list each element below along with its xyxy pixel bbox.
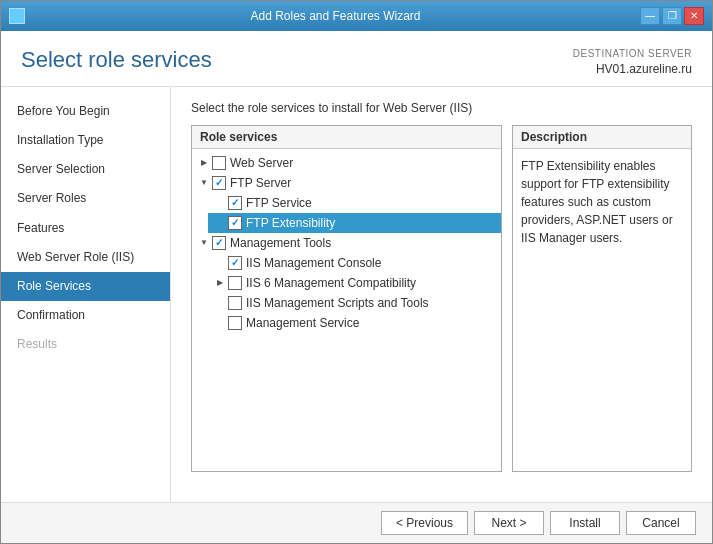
sidebar-item-web-server-role[interactable]: Web Server Role (IIS) xyxy=(1,243,170,272)
footer: < Previous Next > Install Cancel xyxy=(1,502,712,543)
description-panel: Description FTP Extensibility enables su… xyxy=(512,125,692,472)
sidebar-item-results: Results xyxy=(1,330,170,359)
checkbox-ftp-service[interactable] xyxy=(228,196,242,210)
instruction-text: Select the role services to install for … xyxy=(191,101,692,115)
role-services-header: Role services xyxy=(192,126,501,149)
cancel-button[interactable]: Cancel xyxy=(626,511,696,535)
sidebar-item-server-roles[interactable]: Server Roles xyxy=(1,184,170,213)
tree-item-iis-6-management[interactable]: IIS 6 Management Compatibility xyxy=(208,273,501,293)
sidebar-item-before-you-begin[interactable]: Before You Begin xyxy=(1,97,170,126)
destination-info: DESTINATION SERVER HV01.azureline.ru xyxy=(573,47,692,78)
expander-ftp-server[interactable] xyxy=(196,175,212,191)
window-controls: — ❐ ✕ xyxy=(640,7,704,25)
app-icon xyxy=(9,8,25,24)
tree-item-management-tools[interactable]: Management Tools xyxy=(192,233,501,253)
title-bar: Add Roles and Features Wizard — ❐ ✕ xyxy=(1,1,712,31)
sidebar-item-role-services[interactable]: Role Services xyxy=(1,272,170,301)
role-services-tree: Web Server FTP Server xyxy=(192,149,501,337)
next-button[interactable]: Next > xyxy=(474,511,544,535)
checkbox-management-service[interactable] xyxy=(228,316,242,330)
tree-item-ftp-server[interactable]: FTP Server xyxy=(192,173,501,193)
description-text: FTP Extensibility enables support for FT… xyxy=(513,149,691,255)
sidebar-item-confirmation[interactable]: Confirmation xyxy=(1,301,170,330)
checkbox-iis-management-scripts[interactable] xyxy=(228,296,242,310)
label-iis-6-management: IIS 6 Management Compatibility xyxy=(246,276,416,290)
tree-item-management-service[interactable]: Management Service xyxy=(208,313,501,333)
role-services-panel: Role services Web Server xyxy=(191,125,502,472)
close-button[interactable]: ✕ xyxy=(684,7,704,25)
checkbox-management-tools[interactable] xyxy=(212,236,226,250)
main-content: Select the role services to install for … xyxy=(171,87,712,502)
expander-iis-6-management[interactable] xyxy=(212,275,228,291)
minimize-button[interactable]: — xyxy=(640,7,660,25)
tree-item-ftp-extensibility[interactable]: FTP Extensibility xyxy=(208,213,501,233)
install-button[interactable]: Install xyxy=(550,511,620,535)
checkbox-ftp-extensibility[interactable] xyxy=(228,216,242,230)
checkbox-iis-6-management[interactable] xyxy=(228,276,242,290)
page-title: Select role services xyxy=(21,47,212,73)
label-ftp-service: FTP Service xyxy=(246,196,312,210)
sidebar-item-features[interactable]: Features xyxy=(1,214,170,243)
expander-management-tools[interactable] xyxy=(196,235,212,251)
sidebar: Before You Begin Installation Type Serve… xyxy=(1,87,171,502)
label-iis-management-console: IIS Management Console xyxy=(246,256,381,270)
content-area: Select role services DESTINATION SERVER … xyxy=(1,31,712,543)
label-web-server: Web Server xyxy=(230,156,293,170)
page-header: Select role services DESTINATION SERVER … xyxy=(1,31,712,87)
description-header: Description xyxy=(513,126,691,149)
tree-item-web-server[interactable]: Web Server xyxy=(192,153,501,173)
checkbox-ftp-server[interactable] xyxy=(212,176,226,190)
body-layout: Before You Begin Installation Type Serve… xyxy=(1,87,712,502)
wizard-window: Add Roles and Features Wizard — ❐ ✕ Sele… xyxy=(0,0,713,544)
sidebar-item-installation-type[interactable]: Installation Type xyxy=(1,126,170,155)
window-title: Add Roles and Features Wizard xyxy=(31,9,640,23)
restore-button[interactable]: ❐ xyxy=(662,7,682,25)
sidebar-item-server-selection[interactable]: Server Selection xyxy=(1,155,170,184)
tree-item-ftp-service[interactable]: FTP Service xyxy=(208,193,501,213)
destination-server: HV01.azureline.ru xyxy=(573,61,692,78)
expander-web-server[interactable] xyxy=(196,155,212,171)
label-ftp-extensibility: FTP Extensibility xyxy=(246,216,335,230)
checkbox-iis-management-console[interactable] xyxy=(228,256,242,270)
previous-button[interactable]: < Previous xyxy=(381,511,468,535)
label-management-service: Management Service xyxy=(246,316,359,330)
tree-item-iis-management-console[interactable]: IIS Management Console xyxy=(208,253,501,273)
tree-item-iis-management-scripts[interactable]: IIS Management Scripts and Tools xyxy=(208,293,501,313)
two-column-layout: Role services Web Server xyxy=(191,125,692,472)
checkbox-web-server[interactable] xyxy=(212,156,226,170)
label-iis-management-scripts: IIS Management Scripts and Tools xyxy=(246,296,429,310)
label-ftp-server: FTP Server xyxy=(230,176,291,190)
destination-label: DESTINATION SERVER xyxy=(573,47,692,61)
label-management-tools: Management Tools xyxy=(230,236,331,250)
